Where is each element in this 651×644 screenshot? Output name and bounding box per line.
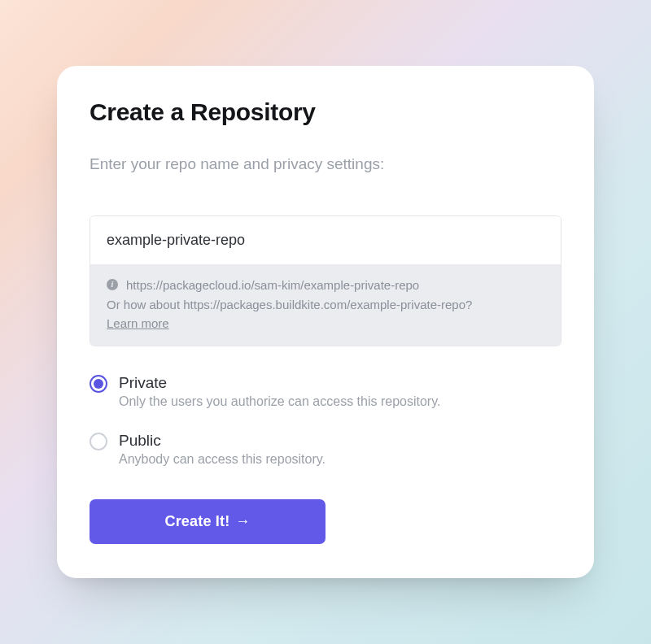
option-private-label: Private bbox=[119, 374, 440, 392]
repo-hint-box: i https://packagecloud.io/sam-kim/exampl… bbox=[90, 264, 561, 346]
page-subtitle: Enter your repo name and privacy setting… bbox=[90, 155, 561, 173]
create-repository-card: Create a Repository Enter your repo name… bbox=[57, 66, 594, 579]
repo-input-container: i https://packagecloud.io/sam-kim/exampl… bbox=[90, 215, 561, 347]
privacy-options: Private Only the users you authorize can… bbox=[90, 374, 561, 467]
arrow-right-icon: → bbox=[235, 513, 250, 530]
hint-line-1: i https://packagecloud.io/sam-kim/exampl… bbox=[107, 276, 544, 294]
radio-private[interactable] bbox=[90, 375, 107, 393]
hint-url-preview: https://packagecloud.io/sam-kim/example-… bbox=[126, 276, 419, 294]
option-private-desc: Only the users you authorize can access … bbox=[119, 394, 440, 409]
create-button-label: Create It! bbox=[164, 513, 229, 530]
option-public-text: Public Anybody can access this repositor… bbox=[119, 432, 326, 467]
option-public-desc: Anybody can access this repository. bbox=[119, 452, 326, 467]
repo-name-input[interactable] bbox=[90, 216, 561, 264]
option-private-text: Private Only the users you authorize can… bbox=[119, 374, 440, 409]
option-public[interactable]: Public Anybody can access this repositor… bbox=[90, 432, 561, 467]
info-icon: i bbox=[107, 279, 118, 290]
radio-public[interactable] bbox=[90, 433, 107, 450]
option-private[interactable]: Private Only the users you authorize can… bbox=[90, 374, 561, 409]
hint-line-2: Or how about https://packages.buildkite.… bbox=[107, 295, 544, 314]
page-title: Create a Repository bbox=[90, 98, 561, 126]
create-button[interactable]: Create It! → bbox=[90, 499, 326, 544]
option-public-label: Public bbox=[119, 432, 326, 450]
learn-more-link[interactable]: Learn more bbox=[107, 316, 169, 330]
